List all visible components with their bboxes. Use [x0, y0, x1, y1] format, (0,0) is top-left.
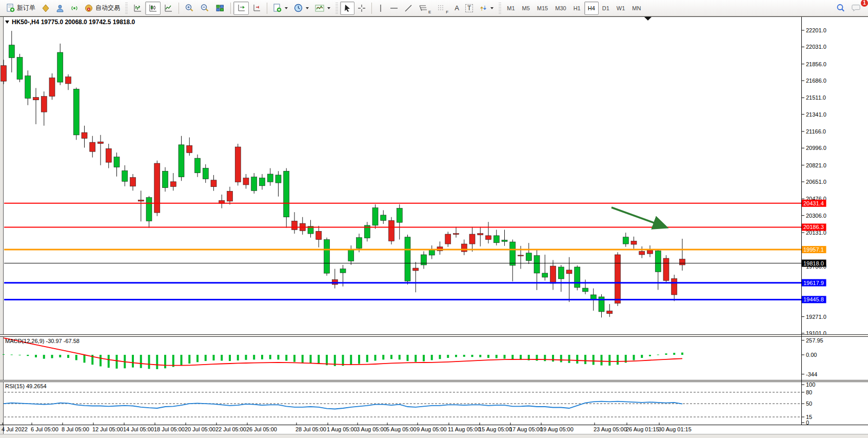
macd-histogram-bar — [576, 355, 578, 364]
indicators-icon — [315, 4, 324, 12]
timeframe-m15[interactable]: M15 — [534, 2, 551, 15]
price-tick-label: 20996.0 — [806, 145, 826, 151]
timeframe-mn[interactable]: MN — [628, 2, 644, 15]
macd-histogram-bar — [35, 355, 37, 357]
seal-button[interactable] — [38, 2, 53, 15]
grid-f-glyph: F — [446, 10, 448, 14]
horizontal-line-tool-button[interactable] — [387, 2, 401, 15]
timeframe-m1[interactable]: M1 — [503, 2, 518, 15]
timeframe-h1[interactable]: H1 — [570, 2, 584, 15]
profile-button[interactable] — [53, 2, 67, 15]
rsi-label: RSI(15) 49.2654 — [5, 383, 47, 389]
candle-body — [461, 244, 467, 252]
candle-body — [73, 89, 79, 135]
zoom-out-button[interactable] — [197, 2, 212, 15]
candle-body — [623, 237, 628, 244]
candle-body — [526, 253, 531, 261]
macd-histogram-bar — [3, 354, 5, 355]
macd-histogram-bar — [471, 355, 474, 357]
symbol-dropdown-icon[interactable] — [5, 21, 9, 24]
candle-body — [680, 259, 685, 265]
search-button[interactable] — [833, 2, 849, 15]
zoom-out-icon — [200, 4, 209, 13]
text-tool-button[interactable]: A — [451, 2, 462, 15]
grid-icon — [437, 4, 445, 12]
candle-body — [243, 178, 249, 185]
macd-axis-label: 257.95 — [806, 337, 823, 344]
candle-body — [348, 250, 354, 261]
indicators-button[interactable] — [312, 2, 333, 15]
timeframe-w1[interactable]: W1 — [613, 2, 629, 15]
timeframe-d1[interactable]: D1 — [599, 2, 613, 15]
candle-body — [494, 236, 499, 243]
candle-body — [203, 168, 208, 179]
zoom-in-button[interactable] — [182, 2, 197, 15]
macd-histogram-bar — [544, 355, 546, 361]
macd-histogram-bar — [463, 355, 465, 357]
chat-button[interactable]: 1 — [849, 2, 865, 15]
label-tool-button[interactable]: T — [462, 2, 476, 15]
time-axis-label: 26 Jul 05:00 — [246, 426, 277, 432]
svg-text:19445.8: 19445.8 — [803, 296, 824, 302]
new-order-icon — [6, 4, 15, 12]
time-axis-label: 15 Aug 05:00 — [479, 426, 512, 432]
shapes-tool-button[interactable] — [476, 2, 497, 15]
candle-body — [211, 180, 216, 187]
candle-body — [518, 255, 524, 256]
macd-histogram-bar — [318, 355, 320, 364]
timeframe-h4[interactable]: H4 — [584, 2, 599, 15]
candle-body — [146, 198, 152, 221]
macd-histogram-bar — [11, 354, 13, 355]
candle-body — [389, 220, 394, 241]
autotrade-button[interactable]: 自动交易 — [82, 2, 123, 15]
bar-chart-button[interactable] — [130, 2, 145, 15]
tile-windows-icon — [215, 4, 225, 13]
window-bottom-frame — [0, 434, 868, 438]
candle-body — [413, 268, 419, 271]
user-icon — [56, 4, 64, 12]
timeframe-m30[interactable]: M30 — [551, 2, 569, 15]
price-tick-label: 20651.0 — [806, 179, 826, 185]
price-tick-label: 22201.0 — [806, 27, 826, 33]
time-axis-label: 18 Jul 05:00 — [154, 426, 185, 432]
candlestick-chart-button[interactable] — [145, 2, 161, 15]
cursor-tool-button[interactable] — [340, 2, 354, 15]
periods-button[interactable] — [291, 2, 312, 15]
chevron-down-icon — [306, 7, 309, 9]
candle-body — [583, 288, 588, 292]
fibonacci-tool-button[interactable]: E — [416, 2, 434, 15]
candle-body — [647, 250, 653, 254]
price-line-label: 20431.4 — [802, 200, 826, 207]
tile-windows-button[interactable] — [212, 2, 228, 15]
macd-histogram-bar — [27, 355, 29, 356]
news-signal-button[interactable] — [67, 2, 82, 15]
price-line-label: 20186.3 — [802, 223, 826, 231]
candle-body — [340, 269, 346, 273]
price-tick-label: 21341.0 — [806, 111, 826, 118]
timeframe-m5[interactable]: M5 — [519, 2, 534, 15]
candle-body — [170, 182, 176, 187]
chart-canvas[interactable]: 22201.022031.021856.021686.021511.021341… — [0, 0, 868, 438]
candle-body — [575, 267, 580, 288]
crosshair-tool-button[interactable] — [354, 2, 369, 15]
candle-body — [372, 208, 378, 225]
line-chart-button[interactable] — [161, 2, 176, 15]
time-axis-label: 28 Jul 05:00 — [295, 426, 326, 432]
autoscroll-button[interactable] — [249, 2, 264, 15]
price-line-label: 19818.0 — [802, 260, 826, 267]
grid-tool-button[interactable]: F — [434, 2, 451, 15]
trendline-tool-button[interactable] — [401, 2, 416, 15]
toolbar-separator — [371, 3, 372, 14]
new-chart-button[interactable] — [270, 2, 291, 15]
candle-body — [357, 238, 362, 249]
candle-body — [607, 311, 613, 313]
new-order-button[interactable]: 新订单 — [3, 2, 38, 15]
time-axis-label: 1 Aug 05:00 — [327, 426, 357, 432]
candle-body — [195, 158, 201, 173]
candle-body — [235, 147, 241, 182]
vertical-line-tool-button[interactable] — [374, 2, 387, 15]
candle-body — [324, 239, 330, 273]
macd-histogram-bar — [439, 355, 441, 359]
price-tick-label: 21856.0 — [806, 61, 826, 67]
chart-shift-button[interactable] — [233, 2, 249, 15]
